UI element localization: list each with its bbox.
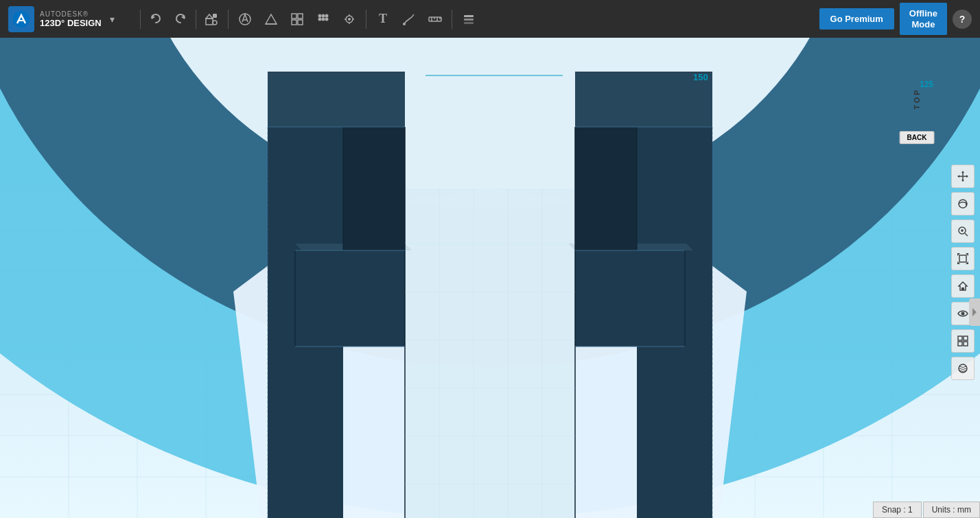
- svg-rect-24: [464, 22, 474, 24]
- ruler-tool-button[interactable]: [423, 7, 447, 32]
- toolbar-separator-3: [228, 10, 229, 29]
- svg-marker-64: [575, 250, 685, 346]
- svg-rect-23: [464, 19, 474, 21]
- zoom-button[interactable]: [951, 220, 975, 243]
- primitive-tool-button[interactable]: [199, 7, 224, 32]
- help-button[interactable]: ?: [953, 10, 972, 29]
- svg-point-13: [322, 14, 325, 17]
- go-premium-button[interactable]: Go Premium: [819, 8, 894, 30]
- logo-icon: [8, 6, 34, 32]
- construct-tool-button[interactable]: [259, 7, 283, 32]
- svg-point-15: [318, 17, 322, 21]
- 3d-scene: 150 125: [0, 38, 980, 518]
- undo-button[interactable]: [143, 7, 168, 32]
- group-tool-button[interactable]: [337, 7, 362, 32]
- snap-indicator[interactable]: Snap : 1: [873, 502, 922, 518]
- svg-marker-56: [268, 72, 405, 127]
- svg-marker-67: [405, 189, 575, 518]
- material-button[interactable]: [951, 357, 975, 380]
- svg-marker-4: [206, 14, 213, 19]
- right-panel: [951, 165, 975, 380]
- logo-name: 123D° DESIGN: [40, 18, 102, 28]
- svg-rect-118: [964, 336, 968, 340]
- svg-rect-117: [958, 336, 962, 340]
- view-back-button[interactable]: BACK: [900, 131, 935, 144]
- svg-point-116: [961, 312, 965, 316]
- svg-marker-99: [961, 171, 964, 173]
- toolbar-separator-1: [140, 10, 141, 29]
- svg-rect-119: [958, 342, 962, 346]
- fit-view-button[interactable]: [951, 247, 975, 270]
- home-view-button[interactable]: [951, 274, 975, 298]
- logo-dropdown-icon[interactable]: ▾: [110, 14, 115, 25]
- svg-rect-8: [292, 14, 296, 19]
- statusbar: Snap : 1 Units : mm: [873, 502, 980, 518]
- svg-rect-120: [964, 342, 968, 346]
- svg-rect-115: [961, 287, 964, 290]
- right-edge-tab[interactable]: [969, 298, 980, 326]
- svg-marker-57: [295, 250, 405, 346]
- redo-button[interactable]: [168, 7, 193, 32]
- toolbar: T: [199, 7, 819, 32]
- svg-point-6: [213, 21, 217, 25]
- layers-tool-button[interactable]: [456, 7, 481, 32]
- toolbar-separator-5: [452, 10, 452, 29]
- svg-point-16: [322, 17, 325, 21]
- svg-rect-11: [298, 20, 303, 25]
- logo-autodesk: AUTODESK®: [40, 10, 102, 18]
- units-indicator[interactable]: Units : mm: [923, 502, 980, 518]
- svg-marker-66: [575, 127, 637, 250]
- view-cube: TOP BACK: [889, 89, 944, 144]
- viewport[interactable]: 150 125 TOP BACK: [0, 38, 980, 518]
- svg-text:125: 125: [920, 80, 933, 89]
- svg-point-20: [403, 23, 406, 25]
- svg-rect-3: [206, 19, 213, 25]
- svg-rect-5: [213, 14, 217, 18]
- svg-point-17: [325, 17, 329, 21]
- sketch-tool-button[interactable]: [233, 7, 257, 32]
- logo-text: AUTODESK® 123D° DESIGN: [40, 10, 102, 28]
- display-settings-button[interactable]: [951, 329, 975, 353]
- orbit-button[interactable]: [951, 192, 975, 215]
- logo-area: AUTODESK® 123D° DESIGN ▾: [0, 6, 137, 32]
- svg-marker-122: [972, 308, 977, 316]
- topbar: AUTODESK® 123D° DESIGN ▾: [0, 0, 980, 38]
- svg-marker-101: [957, 175, 959, 178]
- svg-point-19: [348, 18, 351, 21]
- svg-marker-100: [961, 180, 964, 182]
- view-top-label: TOP: [913, 71, 921, 126]
- svg-point-12: [318, 14, 322, 17]
- svg-line-106: [965, 233, 968, 236]
- pattern-tool-button[interactable]: [311, 7, 336, 32]
- measure-tool-button[interactable]: [397, 7, 421, 32]
- svg-rect-9: [298, 14, 303, 19]
- pan-button[interactable]: [951, 165, 975, 188]
- svg-marker-59: [343, 127, 405, 250]
- svg-rect-22: [464, 15, 474, 17]
- offline-mode-button[interactable]: Offline Mode: [900, 3, 947, 35]
- top-right-actions: Go Premium Offline Mode ?: [819, 3, 980, 35]
- svg-text:150: 150: [693, 72, 708, 82]
- toolbar-separator-2: [196, 10, 196, 29]
- svg-marker-63: [575, 72, 712, 127]
- toolbar-separator-4: [366, 10, 366, 29]
- svg-rect-109: [959, 255, 966, 262]
- svg-marker-102: [966, 175, 968, 178]
- svg-rect-10: [292, 20, 296, 25]
- svg-point-14: [325, 14, 329, 17]
- text-tool-button[interactable]: T: [371, 7, 395, 32]
- modify-tool-button[interactable]: [285, 7, 310, 32]
